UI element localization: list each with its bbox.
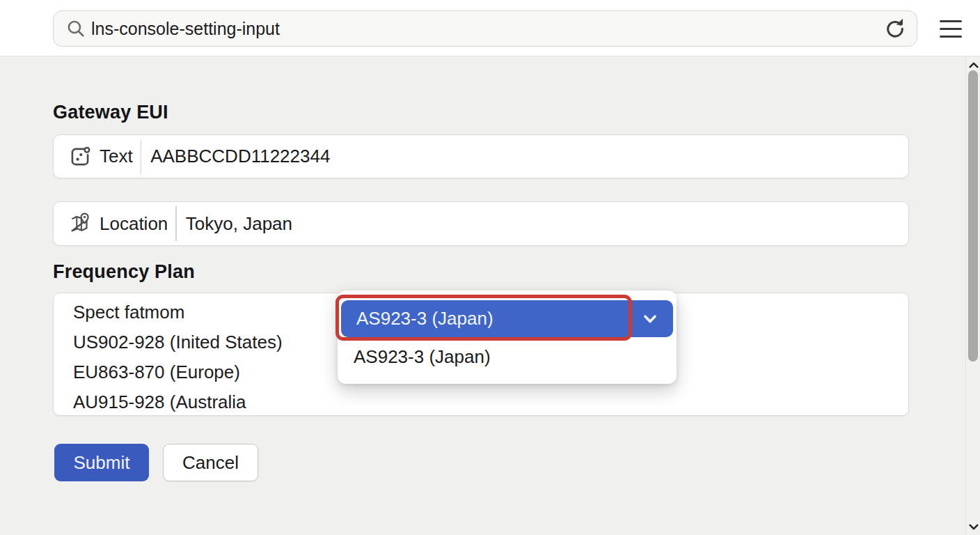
- scrollbar-thumb[interactable]: [968, 70, 978, 362]
- menu-button[interactable]: [940, 20, 962, 38]
- chevron-up-icon: [969, 61, 979, 69]
- frequency-select[interactable]: AS923-3 (Japan): [341, 300, 673, 337]
- map-location-icon: [69, 212, 91, 235]
- gateway-eui-heading: Gateway EUI: [53, 102, 168, 123]
- hamburger-icon: [940, 20, 962, 22]
- frequency-dropdown-panel: AS923-3 (Japan) AS923-3 (Japan): [338, 290, 677, 384]
- chevron-down-icon: [641, 310, 659, 328]
- search-input-value[interactable]: lns-console-setting-input: [91, 19, 882, 39]
- location-field-label: Location: [100, 213, 168, 235]
- gateway-eui-text-field[interactable]: Text AABBCCDD11222344: [53, 134, 909, 178]
- field-separator: [175, 206, 177, 241]
- frequency-option-list: Spect fatmom US902-928 (Inited States) E…: [73, 297, 283, 417]
- frequency-option[interactable]: US902-928 (Inited States): [73, 327, 283, 357]
- frequency-selected-value: AS923-3 (Japan): [356, 308, 641, 329]
- field-separator: [141, 139, 142, 174]
- frequency-dropdown-option[interactable]: AS923-3 (Japan): [354, 343, 663, 371]
- cancel-button[interactable]: Cancel: [163, 444, 258, 481]
- chevron-down-icon: [969, 523, 979, 531]
- search-icon: [66, 19, 86, 38]
- refresh-button[interactable]: [882, 17, 906, 40]
- refresh-icon: [883, 18, 904, 39]
- frequency-option[interactable]: EU863-870 (Europe): [73, 357, 283, 387]
- text-field-label: Text: [100, 146, 133, 167]
- scroll-up-button[interactable]: [966, 59, 980, 70]
- location-value[interactable]: Tokyo, Japan: [186, 213, 292, 235]
- location-field[interactable]: Location Tokyo, Japan: [53, 201, 909, 246]
- vertical-scrollbar[interactable]: [965, 56, 980, 535]
- frequency-option[interactable]: AU915-928 (Australia: [73, 387, 283, 417]
- frequency-option[interactable]: Spect fatmom: [73, 297, 283, 327]
- search-input[interactable]: lns-console-setting-input: [53, 10, 917, 47]
- text-input-icon: [69, 146, 91, 168]
- gateway-eui-value[interactable]: AABBCCDD11222344: [150, 146, 330, 167]
- browser-top-bar: lns-console-setting-input: [0, 0, 980, 56]
- scroll-down-button[interactable]: [966, 521, 980, 532]
- app-window: lns-console-setting-input Gateway EUI Te…: [0, 0, 980, 535]
- frequency-plan-heading: Frequency Plan: [53, 261, 195, 283]
- submit-button[interactable]: Submit: [54, 444, 149, 481]
